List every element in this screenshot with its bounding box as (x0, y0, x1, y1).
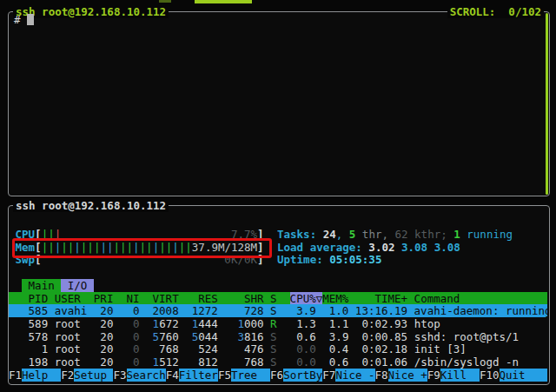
text-segment: running (460, 228, 513, 241)
process-row-198[interactable]: 198 root 20 0 1512 812 768 S 0.0 0.6 0:0… (9, 355, 547, 369)
text-segment: 444 (198, 317, 218, 330)
text-segment (179, 330, 192, 343)
load-average: Load average: 3.02 3.08 3.08 (277, 241, 460, 254)
process-row-585[interactable]: 585 avahi 20 0 2008 1272 728 S 3.9 1.0 1… (9, 304, 547, 317)
text-segment: 760 (159, 330, 179, 343)
text-segment: S (270, 330, 277, 343)
scrollbar[interactable] (546, 13, 548, 195)
fkey-nice-minus-button[interactable]: Nice - (335, 369, 374, 382)
fkey-f4: F4 (166, 369, 179, 382)
fkey-bar: F1Help F2Setup F3SearchF4FilterF5Tree F6… (9, 369, 547, 382)
text-segment: 62 kthr; (395, 228, 447, 241)
text-segment (316, 342, 329, 355)
cursor-block[interactable] (27, 14, 35, 25)
fkey-f10: F10 (480, 369, 500, 382)
fkey-f2: F2 (61, 369, 74, 382)
text-segment: 1.3 1.1 0:02.93 htop (277, 317, 440, 330)
fkey-help-button[interactable]: Help (22, 369, 61, 382)
text-segment (264, 330, 271, 343)
text-segment: S (270, 342, 277, 355)
fkey-f3: F3 (113, 369, 126, 382)
fkey-quit-button[interactable]: Quit (500, 369, 547, 382)
text-segment: 512 (159, 355, 179, 369)
text-segment: 0.6 (329, 355, 349, 369)
process-row-578[interactable]: 578 root 20 0 5760 5044 3816 S 0.6 3.9 0… (9, 330, 547, 343)
text-segment: 0 (133, 330, 140, 343)
text-segment: 044 (198, 330, 218, 343)
text-segment (140, 317, 153, 330)
scroll-indicator: SCROLL: 0/102 (447, 5, 544, 18)
text-segment: 0:01.06 /sbin/syslogd -n (348, 355, 519, 369)
text-segment: 0 (133, 342, 140, 355)
prompt-char: # (14, 13, 21, 26)
top-edge-segment (195, 0, 252, 3)
text-segment (179, 317, 192, 330)
fkey-filter-button[interactable]: Filter (179, 369, 218, 382)
fkey-f9: F9 (427, 369, 440, 382)
text-segment: 1 (153, 355, 160, 369)
text-segment: 3.02 (368, 241, 401, 254)
fkey-setup-button[interactable]: Setup (74, 369, 113, 382)
text-segment: , (336, 228, 349, 241)
text-segment: 0.0 (296, 355, 316, 369)
fkey-nice-plus-button[interactable]: Nice + (388, 369, 427, 382)
text-segment: 0.6 3.9 0:00.85 sshd: root@pts/1 (277, 330, 519, 343)
text-segment: 0 (133, 317, 140, 330)
text-segment: 3.08 (401, 241, 434, 254)
text-segment: 0 (133, 355, 140, 369)
pane-bottom-ssh: ssh root@192.168.10.112 CPU[||| 7.7%]Tas… (8, 205, 550, 385)
fkey-tree-button[interactable]: Tree (231, 369, 270, 382)
htop-app: CPU[||| 7.7%]Tasks: 24, 5 thr, 62 kthr; … (9, 206, 547, 382)
text-segment: Uptime: (277, 253, 329, 266)
shell-prompt-line: # (14, 13, 34, 26)
text-segment: 0.4 (329, 342, 349, 355)
text-segment (140, 330, 153, 343)
text-segment (316, 355, 329, 369)
uptime: Uptime: 05:05:35 (277, 253, 381, 266)
top-edge-dim-segment (159, 0, 171, 3)
fkey-f5: F5 (218, 369, 231, 382)
text-segment (140, 355, 153, 369)
blank-line (9, 266, 547, 279)
fkey-f8: F8 (375, 369, 388, 382)
fkey-kill-button[interactable]: Kill (440, 369, 480, 382)
text-segment: MEM% TIME+ Command (322, 292, 460, 305)
tab-io[interactable]: I/O (61, 279, 94, 292)
fkey-f6: F6 (270, 369, 283, 382)
fkey-search-button[interactable]: Search (127, 369, 166, 382)
pane-top-ssh: ssh root@192.168.10.112 SCROLL: 0/102 # (8, 11, 550, 196)
text-segment: 0.0 (296, 342, 316, 355)
text-segment: 3.08 (434, 241, 460, 254)
text-segment: 24 (323, 228, 336, 241)
tab-bar: Main I/O (9, 279, 547, 292)
process-row-1[interactable]: 1 root 20 0 768 524 476 S 0.0 0.4 0:02.1… (9, 342, 547, 355)
fkey-f1: F1 (9, 369, 22, 382)
text-segment: 000 (244, 317, 264, 330)
text-segment: PID USER PRI NI VIRT RES SHR S (9, 292, 290, 305)
text-segment: 1 (237, 317, 244, 330)
text-segment: R (270, 317, 277, 330)
text-segment: 768 524 476 (140, 342, 271, 355)
text-segment (9, 279, 22, 292)
text-segment: 05:05:35 (329, 253, 381, 266)
tab-main[interactable]: Main (22, 279, 61, 292)
text-segment (277, 342, 297, 355)
fkey-sortby-button[interactable]: SortBy (283, 369, 322, 382)
text-segment: 812 768 (179, 355, 270, 369)
text-segment: 3 (237, 330, 244, 343)
text-segment: S (270, 355, 277, 369)
text-segment: Load average: (277, 241, 368, 254)
text-segment: thr, (355, 228, 394, 241)
text-segment: 198 root 20 (9, 355, 133, 369)
text-segment: 585 avahi 20 0 2008 1272 728 S 3.9 1.0 1… (9, 304, 547, 317)
text-segment: 589 root 20 (9, 317, 133, 330)
text-segment: 0:02.18 init [3] (348, 342, 466, 355)
mem-annotation-box (12, 238, 272, 258)
text-segment: 1 (453, 228, 460, 241)
tasks-summary: Tasks: 24, 5 thr, 62 kthr; 1 running (277, 228, 513, 241)
process-row-589[interactable]: 589 root 20 0 1672 1444 1000 R 1.3 1.1 0… (9, 317, 547, 330)
text-segment: 672 (159, 317, 179, 330)
text-segment: 816 (244, 330, 264, 343)
sort-column-header[interactable]: CPU%▽ (290, 292, 323, 305)
text-segment (218, 330, 238, 343)
